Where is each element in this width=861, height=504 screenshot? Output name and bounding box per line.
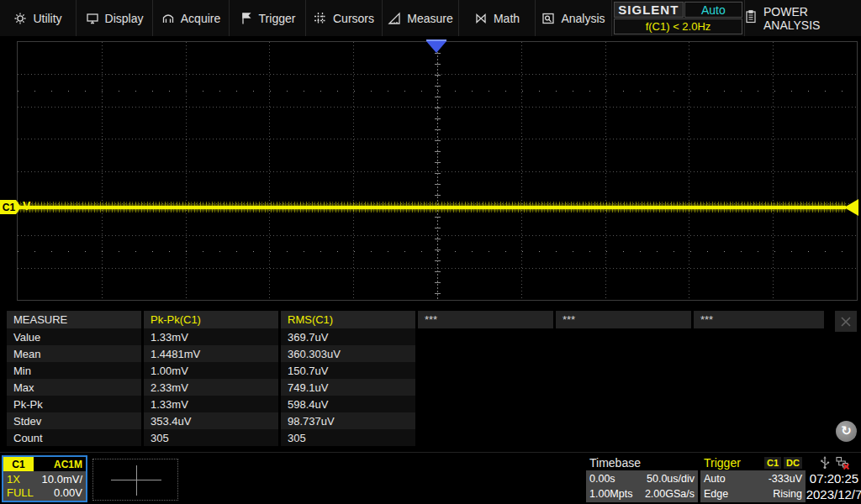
row-label: Min: [7, 362, 141, 379]
row-label: Pk-Pk: [7, 396, 141, 412]
channel1-offset-unit: V: [23, 199, 30, 213]
trigger-coupling-badge: DC: [784, 457, 802, 469]
add-channel-placeholder[interactable]: [92, 459, 178, 501]
trigger-position-marker[interactable]: [426, 41, 446, 53]
gear-icon: [13, 12, 27, 25]
trigger-type: Edge: [704, 488, 728, 500]
menu-item-label: Trigger: [259, 12, 296, 25]
timebase-sample-rate: 2.00GSa/s: [645, 488, 695, 500]
channel1-offset: 0.00V: [54, 486, 82, 499]
timebase-memory: 1.00Mpts: [589, 488, 632, 500]
row-value: 305: [281, 429, 415, 446]
timebase-info-box[interactable]: Timebase 0.00s 50.0us/div 1.00Mpts 2.00G…: [586, 455, 698, 502]
row-value: 598.4uV: [281, 396, 415, 412]
row-label: Count: [7, 429, 141, 446]
measure-column-rms[interactable]: RMS(C1): [281, 311, 415, 328]
trigger-level: -333uV: [769, 473, 802, 485]
acquisition-status[interactable]: Auto: [684, 2, 742, 18]
menu-item-utility[interactable]: Utility: [0, 0, 77, 36]
menu-item-trigger[interactable]: Trigger: [230, 0, 306, 36]
row-value: 2.33mV: [144, 379, 278, 396]
channel1-bandwidth: FULL: [7, 486, 34, 499]
frequency-counter: f(C1) < 2.0Hz: [614, 18, 742, 34]
row-value: 369.7uV: [281, 328, 415, 345]
menu-item-label: Math: [494, 12, 520, 25]
measure-panel: MEASURE Pk-Pk(C1) RMS(C1) *** *** *** Va…: [7, 311, 854, 446]
menu-item-analysis[interactable]: Analysis: [536, 0, 612, 36]
clipboard-icon: [745, 10, 757, 26]
monitor-icon: [86, 12, 99, 25]
timebase-label: Timebase: [589, 456, 641, 470]
row-value: 353.4uV: [144, 412, 278, 429]
trigger-source-badge: C1: [764, 457, 781, 469]
timebase-scale: 50.0us/div: [647, 473, 695, 485]
row-label: Stdev: [7, 412, 141, 429]
row-value: 360.303uV: [281, 345, 415, 362]
row-label: Mean: [7, 345, 141, 362]
menu-bar: Utility Display Acquire Trigger Cursors: [0, 0, 861, 36]
channel1-attenuation: 1X: [7, 473, 20, 486]
menu-item-measure[interactable]: Measure: [383, 0, 459, 36]
row-value: 749.1uV: [281, 379, 415, 396]
row-value: 1.33mV: [144, 328, 278, 345]
status-bar: C1 AC1M 1X 10.0mV/ FULL 0.00V Timebase: [0, 452, 861, 504]
statistics-reset-button[interactable]: ↻: [836, 421, 857, 442]
channel1-info-box[interactable]: C1 AC1M 1X 10.0mV/ FULL 0.00V: [2, 455, 87, 502]
acquire-icon: [161, 12, 175, 25]
trigger-slope: Rising: [773, 488, 802, 500]
clock-time: 07:20:25: [810, 470, 858, 486]
brand-block: SIGLENT Auto f(C1) < 2.0Hz: [612, 0, 745, 36]
trigger-level-marker[interactable]: [844, 199, 858, 216]
table-row: Pk-Pk 1.33mV 598.4uV: [7, 396, 854, 412]
measure-column-empty-3[interactable]: ***: [694, 311, 824, 328]
channel1-coupling: AC1M: [54, 459, 86, 470]
close-icon: [839, 315, 853, 328]
row-value: 1.33mV: [144, 396, 278, 412]
row-value: 305: [144, 429, 278, 446]
measure-column-empty-1[interactable]: ***: [418, 311, 553, 328]
menu-item-power-analysis[interactable]: POWER ANALYSIS: [745, 0, 861, 36]
ruler-icon: [388, 12, 401, 25]
measure-column-empty-2[interactable]: ***: [556, 311, 691, 328]
menu-item-label: Measure: [407, 12, 452, 25]
menu-item-label: Acquire: [181, 12, 220, 25]
table-row: Max 2.33mV 749.1uV: [7, 379, 854, 396]
waveform-display[interactable]: C1 V: [0, 36, 861, 309]
menu-item-cursors[interactable]: Cursors: [306, 0, 383, 36]
measure-close-button[interactable]: [835, 311, 857, 332]
trigger-label: Trigger: [704, 456, 741, 470]
trigger-mode: Auto: [704, 473, 726, 485]
table-row: Min 1.00mV 150.7uV: [7, 362, 854, 379]
row-label: Value: [7, 328, 141, 345]
row-value: 150.7uV: [281, 362, 415, 379]
measure-title: MEASURE: [7, 311, 141, 328]
menu-item-label: POWER ANALYSIS: [763, 5, 861, 32]
table-row: Value 1.33mV 369.7uV: [7, 328, 854, 345]
graticule: [17, 41, 858, 301]
usb-icon: [819, 456, 831, 470]
clock-status-box: 07:20:25 2023/12/7: [809, 455, 859, 502]
row-label: Max: [7, 379, 141, 396]
lan-icon: [836, 456, 850, 470]
measure-column-pkpk[interactable]: Pk-Pk(C1): [144, 311, 278, 328]
oscilloscope-screen: Utility Display Acquire Trigger Cursors: [0, 0, 861, 504]
menu-item-label: Utility: [33, 12, 61, 25]
reset-icon: ↻: [841, 425, 852, 438]
table-row: Count 305 305: [7, 429, 854, 446]
row-value: 98.737uV: [281, 412, 415, 429]
clock-date: 2023/12/7: [806, 486, 861, 502]
flag-icon: [240, 12, 253, 25]
menu-item-label: Analysis: [561, 12, 605, 25]
row-value: 1.00mV: [144, 362, 278, 379]
trigger-info-box[interactable]: Trigger C1 DC Auto -333uV Edge Rising: [700, 455, 806, 502]
cursors-icon: [314, 12, 327, 25]
math-icon: [474, 12, 488, 25]
menu-item-display[interactable]: Display: [77, 0, 153, 36]
channel1-trace: [18, 202, 846, 213]
menu-item-math[interactable]: Math: [459, 0, 536, 36]
menu-item-acquire[interactable]: Acquire: [153, 0, 230, 36]
menu-item-label: Cursors: [333, 12, 374, 25]
row-value: 1.4481mV: [144, 345, 278, 362]
menu-item-label: Display: [105, 12, 144, 25]
channel1-badge[interactable]: C1: [3, 457, 34, 471]
